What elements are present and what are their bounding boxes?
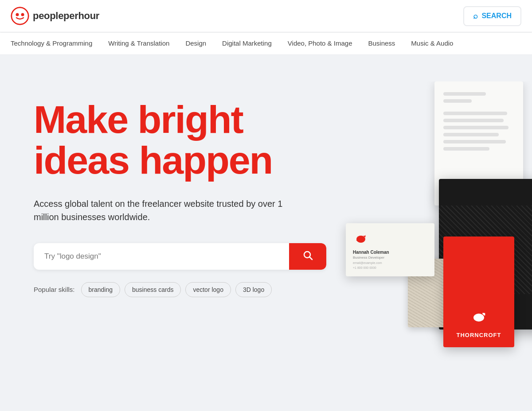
skill-tag-branding[interactable]: branding: [81, 282, 121, 297]
hero-image: Hannah Coleman Business Developer email@…: [310, 81, 532, 392]
nav-item-writing[interactable]: Writing & Translation: [100, 32, 177, 55]
main-navigation: Technology & Programming Writing & Trans…: [0, 32, 532, 55]
nav-item-digital-marketing[interactable]: Digital Marketing: [214, 32, 280, 55]
popular-skills-section: Popular skills: branding business cards …: [34, 282, 319, 297]
logo-text: peopleperhour: [33, 10, 99, 22]
skill-tag-vector-logo[interactable]: vector logo: [185, 282, 231, 297]
svg-line-6: [310, 257, 313, 260]
svg-point-7: [356, 236, 365, 243]
header: peopleperhour ⌕ SEARCH: [0, 0, 532, 32]
popular-skills-label: Popular skills:: [34, 286, 75, 293]
nav-item-business[interactable]: Business: [360, 32, 403, 55]
header-search-button[interactable]: ⌕ SEARCH: [463, 6, 521, 26]
logo-icon: [11, 7, 29, 25]
cards-mockup: Hannah Coleman Business Developer email@…: [310, 81, 532, 392]
thorncroft-bird-icon: [470, 307, 488, 326]
logo[interactable]: peopleperhour: [11, 7, 99, 25]
search-input[interactable]: [34, 243, 289, 270]
search-submit-icon: [302, 250, 313, 263]
skill-tag-3d-logo[interactable]: 3D logo: [235, 282, 272, 297]
biz-card-title: Business Developer: [353, 256, 427, 260]
white-business-card: Hannah Coleman Business Developer email@…: [346, 223, 434, 276]
svg-point-9: [473, 314, 484, 322]
biz-card-phone: +1 800 000 0000: [353, 266, 427, 269]
skill-tag-business-cards[interactable]: business cards: [125, 282, 181, 297]
svg-point-4: [21, 13, 24, 16]
hero-title: Make bright ideas happen: [34, 99, 319, 181]
svg-point-10: [483, 311, 485, 313]
biz-card-name: Hannah Coleman: [353, 250, 427, 255]
red-thorncroft-card: THORNCROFT: [443, 237, 514, 347]
nav-item-video[interactable]: Video, Photo & Image: [280, 32, 360, 55]
nav-item-tech[interactable]: Technology & Programming: [11, 32, 100, 55]
nav-item-design[interactable]: Design: [177, 32, 214, 55]
hero-section: Make bright ideas happen Access global t…: [0, 55, 532, 405]
biz-card-contact: email@example.com: [353, 261, 427, 264]
hero-content: Make bright ideas happen Access global t…: [0, 90, 319, 297]
bird-logo-icon: [353, 230, 369, 246]
search-icon: ⌕: [473, 12, 478, 21]
hero-subtitle: Access global talent on the freelancer w…: [34, 197, 291, 224]
search-bar: [34, 243, 326, 270]
svg-point-8: [364, 235, 365, 236]
thorncroft-text: THORNCROFT: [457, 332, 501, 338]
nav-item-music[interactable]: Music & Audio: [403, 32, 461, 55]
search-submit-button[interactable]: [289, 243, 326, 270]
svg-point-3: [16, 13, 19, 16]
header-search-label: SEARCH: [481, 12, 512, 20]
